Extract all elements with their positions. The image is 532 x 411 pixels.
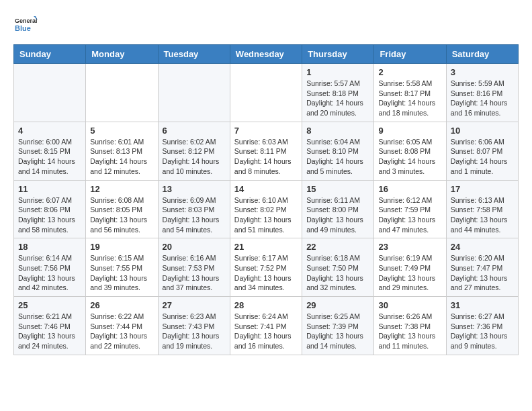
day-number: 22 [306, 242, 369, 252]
calendar-cell: 30Sunrise: 6:26 AM Sunset: 7:38 PM Dayli… [374, 297, 446, 355]
weekday-header-row: SundayMondayTuesdayWednesdayThursdayFrid… [14, 45, 519, 64]
day-content: Sunrise: 6:04 AM Sunset: 8:10 PM Dayligh… [306, 137, 369, 177]
day-content: Sunrise: 6:02 AM Sunset: 8:12 PM Dayligh… [163, 137, 226, 177]
day-content: Sunrise: 6:24 AM Sunset: 7:41 PM Dayligh… [234, 312, 298, 351]
calendar-cell: 29Sunrise: 6:25 AM Sunset: 7:39 PM Dayli… [302, 297, 374, 355]
calendar-cell: 19Sunrise: 6:15 AM Sunset: 7:55 PM Dayli… [86, 238, 158, 297]
day-number: 17 [451, 184, 514, 194]
day-number: 14 [234, 184, 298, 194]
calendar-cell: 8Sunrise: 6:04 AM Sunset: 8:10 PM Daylig… [302, 122, 374, 180]
day-number: 27 [163, 300, 226, 310]
day-content: Sunrise: 6:09 AM Sunset: 8:03 PM Dayligh… [163, 195, 226, 235]
day-content: Sunrise: 6:12 AM Sunset: 7:59 PM Dayligh… [378, 195, 441, 235]
day-content: Sunrise: 6:13 AM Sunset: 7:58 PM Dayligh… [451, 195, 514, 235]
weekday-header-friday: Friday [374, 45, 446, 64]
calendar-cell: 24Sunrise: 6:20 AM Sunset: 7:47 PM Dayli… [446, 238, 518, 297]
day-content: Sunrise: 6:19 AM Sunset: 7:49 PM Dayligh… [378, 253, 441, 293]
calendar-table: SundayMondayTuesdayWednesdayThursdayFrid… [13, 44, 519, 355]
day-number: 18 [18, 242, 81, 252]
calendar-cell: 26Sunrise: 6:22 AM Sunset: 7:44 PM Dayli… [86, 297, 158, 355]
day-number: 7 [234, 126, 298, 136]
day-content: Sunrise: 6:10 AM Sunset: 8:02 PM Dayligh… [234, 195, 298, 235]
day-content: Sunrise: 5:57 AM Sunset: 8:18 PM Dayligh… [306, 79, 369, 118]
weekday-header-sunday: Sunday [14, 45, 86, 64]
day-content: Sunrise: 5:59 AM Sunset: 8:16 PM Dayligh… [451, 79, 514, 118]
calendar-cell [230, 64, 302, 122]
calendar-cell: 25Sunrise: 6:21 AM Sunset: 7:46 PM Dayli… [14, 297, 86, 355]
day-number: 10 [451, 126, 514, 136]
calendar-cell: 11Sunrise: 6:07 AM Sunset: 8:06 PM Dayli… [14, 180, 86, 238]
day-number: 13 [163, 184, 226, 194]
day-number: 31 [451, 300, 514, 310]
day-content: Sunrise: 6:20 AM Sunset: 7:47 PM Dayligh… [451, 253, 514, 293]
day-content: Sunrise: 6:21 AM Sunset: 7:46 PM Dayligh… [18, 312, 81, 351]
day-content: Sunrise: 6:01 AM Sunset: 8:13 PM Dayligh… [90, 137, 153, 177]
day-number: 4 [18, 126, 81, 136]
calendar-cell: 14Sunrise: 6:10 AM Sunset: 8:02 PM Dayli… [230, 180, 302, 238]
day-content: Sunrise: 6:14 AM Sunset: 7:56 PM Dayligh… [18, 253, 81, 293]
day-content: Sunrise: 6:15 AM Sunset: 7:55 PM Dayligh… [90, 253, 153, 293]
calendar-cell: 13Sunrise: 6:09 AM Sunset: 8:03 PM Dayli… [158, 180, 230, 238]
day-number: 28 [234, 300, 298, 310]
weekday-header-tuesday: Tuesday [158, 45, 230, 64]
calendar-cell: 16Sunrise: 6:12 AM Sunset: 7:59 PM Dayli… [374, 180, 446, 238]
weekday-header-wednesday: Wednesday [230, 45, 302, 64]
day-number: 2 [378, 67, 441, 77]
calendar-cell: 4Sunrise: 6:00 AM Sunset: 8:15 PM Daylig… [14, 122, 86, 180]
day-number: 29 [306, 300, 369, 310]
day-number: 23 [378, 242, 441, 252]
logo-icon: General Blue [13, 13, 38, 38]
calendar-cell: 3Sunrise: 5:59 AM Sunset: 8:16 PM Daylig… [446, 64, 518, 122]
calendar-cell: 21Sunrise: 6:17 AM Sunset: 7:52 PM Dayli… [230, 238, 302, 297]
day-number: 5 [90, 126, 153, 136]
day-content: Sunrise: 6:00 AM Sunset: 8:15 PM Dayligh… [18, 137, 81, 177]
day-number: 21 [234, 242, 298, 252]
svg-text:Blue: Blue [15, 24, 31, 32]
day-content: Sunrise: 6:27 AM Sunset: 7:36 PM Dayligh… [451, 312, 514, 351]
day-number: 11 [18, 184, 81, 194]
svg-text:General: General [15, 17, 38, 24]
calendar-cell: 18Sunrise: 6:14 AM Sunset: 7:56 PM Dayli… [14, 238, 86, 297]
day-number: 9 [378, 126, 441, 136]
calendar-cell [158, 64, 230, 122]
calendar-week-row: 11Sunrise: 6:07 AM Sunset: 8:06 PM Dayli… [14, 180, 519, 238]
calendar-cell: 15Sunrise: 6:11 AM Sunset: 8:00 PM Dayli… [302, 180, 374, 238]
calendar-cell [14, 64, 86, 122]
calendar-cell: 20Sunrise: 6:16 AM Sunset: 7:53 PM Dayli… [158, 238, 230, 297]
day-content: Sunrise: 6:23 AM Sunset: 7:43 PM Dayligh… [163, 312, 226, 351]
day-content: Sunrise: 6:22 AM Sunset: 7:44 PM Dayligh… [90, 312, 153, 351]
day-number: 25 [18, 300, 81, 310]
day-number: 20 [163, 242, 226, 252]
day-content: Sunrise: 6:06 AM Sunset: 8:07 PM Dayligh… [451, 137, 514, 177]
calendar-week-row: 1Sunrise: 5:57 AM Sunset: 8:18 PM Daylig… [14, 64, 519, 122]
calendar-cell: 6Sunrise: 6:02 AM Sunset: 8:12 PM Daylig… [158, 122, 230, 180]
day-number: 26 [90, 300, 153, 310]
day-content: Sunrise: 5:58 AM Sunset: 8:17 PM Dayligh… [378, 79, 441, 118]
day-number: 24 [451, 242, 514, 252]
day-content: Sunrise: 6:07 AM Sunset: 8:06 PM Dayligh… [18, 195, 81, 235]
calendar-cell [86, 64, 158, 122]
day-content: Sunrise: 6:05 AM Sunset: 8:08 PM Dayligh… [378, 137, 441, 177]
calendar-cell: 17Sunrise: 6:13 AM Sunset: 7:58 PM Dayli… [446, 180, 518, 238]
day-number: 3 [451, 67, 514, 77]
day-content: Sunrise: 6:11 AM Sunset: 8:00 PM Dayligh… [306, 195, 369, 235]
calendar-cell: 5Sunrise: 6:01 AM Sunset: 8:13 PM Daylig… [86, 122, 158, 180]
calendar-cell: 28Sunrise: 6:24 AM Sunset: 7:41 PM Dayli… [230, 297, 302, 355]
calendar-cell: 1Sunrise: 5:57 AM Sunset: 8:18 PM Daylig… [302, 64, 374, 122]
weekday-header-thursday: Thursday [302, 45, 374, 64]
weekday-header-monday: Monday [86, 45, 158, 64]
day-number: 19 [90, 242, 153, 252]
day-content: Sunrise: 6:18 AM Sunset: 7:50 PM Dayligh… [306, 253, 369, 293]
calendar-cell: 31Sunrise: 6:27 AM Sunset: 7:36 PM Dayli… [446, 297, 518, 355]
calendar-cell: 2Sunrise: 5:58 AM Sunset: 8:17 PM Daylig… [374, 64, 446, 122]
day-number: 1 [306, 67, 369, 77]
day-number: 8 [306, 126, 369, 136]
day-number: 30 [378, 300, 441, 310]
weekday-header-saturday: Saturday [446, 45, 518, 64]
calendar-cell: 23Sunrise: 6:19 AM Sunset: 7:49 PM Dayli… [374, 238, 446, 297]
calendar-cell: 7Sunrise: 6:03 AM Sunset: 8:11 PM Daylig… [230, 122, 302, 180]
logo-area: General Blue [13, 13, 38, 38]
calendar-week-row: 25Sunrise: 6:21 AM Sunset: 7:46 PM Dayli… [14, 297, 519, 355]
day-content: Sunrise: 6:26 AM Sunset: 7:38 PM Dayligh… [378, 312, 441, 351]
header-section: General Blue [13, 13, 519, 38]
